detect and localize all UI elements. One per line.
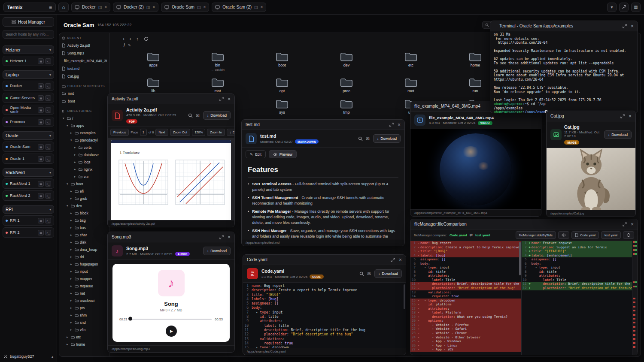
window-titlebar[interactable]: Terminal - Oracle Sam /apps/examples × <box>490 21 638 31</box>
download-button[interactable]: ↓Download <box>604 130 632 139</box>
tree-node[interactable]: ▾ ▸ pterodactyl <box>62 136 107 144</box>
host-terminal-button[interactable]: >_ <box>45 193 51 199</box>
host-terminal-button[interactable]: >_ <box>45 83 51 89</box>
window-titlebar[interactable]: Cat.jpg × <box>547 111 635 121</box>
close-icon[interactable]: × <box>629 114 632 119</box>
host-row[interactable]: RPI 1 ▾ ▤ >_ <box>3 215 54 226</box>
chevron-right-icon[interactable]: ▸ <box>70 131 73 135</box>
chevron-right-icon[interactable]: ▸ <box>74 175 77 178</box>
host-files-button[interactable]: ▤ <box>38 95 44 101</box>
window-titlebar[interactable]: fileManager:fileComparison × <box>410 219 638 229</box>
host-row[interactable]: RackNerd ▾ ▤ >_ <box>3 168 54 177</box>
expand-icon[interactable] <box>623 24 627 28</box>
sidebar-footer[interactable]: bugattiguy527 ▴ <box>3 354 53 359</box>
host-row[interactable]: Docker ▾ ▤ >_ <box>3 81 54 91</box>
zoom-in-button[interactable]: Zoom In <box>207 129 225 136</box>
search-icon[interactable] <box>359 272 364 276</box>
host-files-button[interactable]: ▤ <box>38 107 44 113</box>
chevron-down-icon[interactable]: ▾ <box>67 204 70 208</box>
chevron-right-icon[interactable]: ▸ <box>70 306 73 310</box>
host-row[interactable]: RackNerd 1 ▾ ▤ >_ <box>3 178 54 189</box>
host-row[interactable]: Hetzner ▾ ▤ >_ <box>3 45 54 54</box>
admin-button[interactable] <box>619 3 629 12</box>
host-files-button[interactable]: ▤ <box>38 193 44 199</box>
tree-node[interactable]: ▾ ▸ home <box>62 341 107 348</box>
chevron-down-icon[interactable]: ▾ <box>49 134 51 138</box>
play-button[interactable]: ▶ <box>166 326 177 337</box>
edit-path-icon[interactable]: ✎ <box>128 43 131 48</box>
tree-node[interactable]: ▾ ▸ snd <box>62 319 107 326</box>
host-files-button[interactable]: ▤ <box>38 83 44 89</box>
chevron-right-icon[interactable]: ▸ <box>70 241 73 244</box>
markdown-preview[interactable]: Features • SSH Terminal Access - Full-fe… <box>242 161 404 239</box>
chevron-right-icon[interactable]: ▸ <box>70 284 73 288</box>
chevron-down-icon[interactable]: ▾ <box>49 48 51 52</box>
split-view-icon[interactable]: ◫ <box>197 5 201 9</box>
brand-box[interactable]: Termix ≡ <box>3 3 56 12</box>
chevron-right-icon[interactable]: ▸ <box>67 335 70 339</box>
recent-file-item[interactable]: Activity 2a.pdf <box>62 42 107 49</box>
download-button[interactable]: ↓Download <box>203 247 231 255</box>
chevron-right-icon[interactable]: ▸ <box>70 262 73 266</box>
host-files-button[interactable]: ▤ <box>38 58 44 64</box>
preview-tab[interactable]: Preview <box>269 150 297 158</box>
close-icon[interactable]: × <box>399 257 402 262</box>
tree-node[interactable]: ▾ ▸ dri <box>62 253 107 260</box>
chevron-right-icon[interactable]: ▸ <box>70 292 73 295</box>
shortcut-item[interactable]: boot <box>62 97 107 105</box>
tree-node[interactable]: ▾ ▸ disk <box>62 238 107 246</box>
chevron-right-icon[interactable]: ▸ <box>70 328 73 332</box>
tree-node[interactable]: ▾ ▸ mapper <box>62 275 107 282</box>
swap-icon[interactable]: ⇄ <box>469 233 473 237</box>
share-icon[interactable]: ✉ <box>196 113 200 118</box>
nav-up-icon[interactable]: ↑ <box>136 36 139 41</box>
chevron-right-icon[interactable]: ▸ <box>70 226 73 229</box>
close-icon[interactable]: × <box>228 235 231 240</box>
host-terminal-button[interactable]: >_ <box>45 107 51 113</box>
chevron-down-icon[interactable]: ▾ <box>63 117 66 120</box>
grid-folder-item[interactable]: dev <box>321 52 372 72</box>
right-file-button[interactable]: test.yaml <box>601 231 621 239</box>
expand-icon[interactable] <box>620 114 625 118</box>
close-tab-icon[interactable]: × <box>203 5 206 9</box>
tree-node[interactable]: ▾ ▸ apps <box>62 122 107 129</box>
session-tab[interactable]: Docker ◫ × <box>71 3 110 12</box>
recent-file-item[interactable]: Cat.jpg <box>62 72 107 80</box>
seek-slider[interactable] <box>131 319 212 320</box>
expand-icon[interactable] <box>623 222 627 226</box>
grid-folder-item[interactable]: opt <box>256 78 308 93</box>
chevron-right-icon[interactable]: ▸ <box>74 153 77 157</box>
zoom-out-button[interactable]: Zoom Out <box>170 129 190 136</box>
chevron-up-icon[interactable]: ▴ <box>52 355 53 359</box>
tree-node[interactable]: ▾ ▸ mqueue <box>62 282 107 290</box>
slider-thumb[interactable] <box>128 317 132 320</box>
search-icon[interactable] <box>358 136 363 141</box>
grid-folder-item[interactable]: tmp <box>321 99 372 115</box>
close-icon[interactable]: × <box>631 24 634 29</box>
recent-file-item[interactable]: file_example_MP4_640_3MG... <box>62 57 107 65</box>
chevron-right-icon[interactable]: ▸ <box>70 211 73 215</box>
share-icon[interactable]: ✉ <box>368 272 371 276</box>
expand-icon[interactable] <box>389 123 394 127</box>
search-icon[interactable] <box>188 113 193 118</box>
chevron-right-icon[interactable]: ▸ <box>74 160 77 164</box>
refresh-button[interactable] <box>623 231 634 239</box>
tree-node[interactable]: ▾ ▸ grub <box>62 195 107 202</box>
host-files-button[interactable]: ▤ <box>38 156 44 162</box>
recent-file-item[interactable]: test.md <box>62 65 107 72</box>
host-search-input[interactable] <box>3 30 54 39</box>
window-titlebar[interactable]: Song.mp3 × <box>108 232 234 242</box>
code-editor[interactable]: 1name: Bug report 2description: Create a… <box>243 283 406 348</box>
host-files-button[interactable]: ▤ <box>38 181 44 187</box>
chevron-down-icon[interactable]: ▾ <box>49 171 51 175</box>
host-row[interactable]: Game Servers ▾ ▤ >_ <box>3 93 54 103</box>
close-tab-icon[interactable]: × <box>152 5 155 9</box>
tree-node[interactable]: ▾ ▸ hugepages <box>62 260 107 268</box>
grid-folder-item[interactable]: boot <box>256 52 308 72</box>
close-icon[interactable]: × <box>228 97 231 102</box>
split-view-icon[interactable]: ◫ <box>146 5 150 9</box>
tree-node[interactable]: ▾ ▸ examples <box>62 129 107 136</box>
close-icon[interactable]: × <box>631 222 634 227</box>
grid-folder-item[interactable]: mnt <box>192 78 243 93</box>
grid-folder-item[interactable]: lib <box>128 78 179 93</box>
